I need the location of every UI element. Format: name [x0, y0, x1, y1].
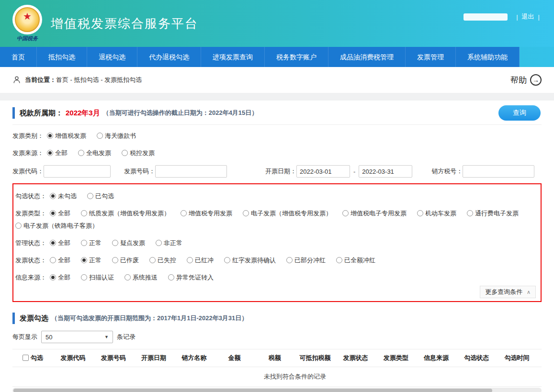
nav-item-9[interactable]: 系统辅助功能: [456, 47, 520, 67]
radio-checked-icon[interactable]: [50, 240, 56, 246]
period-section-header: 税款所属期： 2022年3月 （当期可进行勾选操作的截止日期为：2022年4月1…: [12, 107, 542, 119]
radio-icon[interactable]: [97, 133, 103, 139]
radio-option[interactable]: 通行费电子发票: [467, 210, 519, 217]
nav-item-6[interactable]: 税务数字账户: [265, 47, 328, 67]
radio-option[interactable]: 税控发票: [122, 149, 155, 157]
radio-icon[interactable]: [78, 150, 84, 156]
radio-icon[interactable]: [187, 257, 193, 263]
radio-option[interactable]: 扫描认证: [81, 274, 114, 281]
radio-label: 全电发票: [86, 149, 111, 157]
radio-icon[interactable]: [336, 257, 342, 263]
radio-checked-icon[interactable]: [81, 257, 87, 263]
radio-option[interactable]: 全部: [50, 274, 70, 281]
radio-option[interactable]: 已部分冲红: [286, 257, 326, 264]
radio-option[interactable]: 纸质发票（增值税专用发票）: [81, 210, 170, 217]
radio-checked-icon[interactable]: [47, 150, 53, 156]
nav-item-2[interactable]: 抵扣勾选: [37, 47, 87, 67]
radio-option[interactable]: 全部: [50, 239, 70, 246]
radio-icon[interactable]: [81, 240, 87, 246]
radio-icon[interactable]: [149, 257, 156, 263]
nav-item-4[interactable]: 代办退税勾选: [137, 47, 201, 67]
nav-item-8[interactable]: 发票管理: [406, 47, 456, 67]
radio-option[interactable]: 海关缴款书: [97, 132, 136, 139]
more-conditions-toggle[interactable]: 更多查询条件 ∧: [480, 286, 536, 298]
column-header-13: 勾选时间: [497, 349, 537, 367]
grid-section-header: 发票勾选 （当期可勾选发票的开票日期范围为：2017年1月1日-2022年3月3…: [12, 313, 542, 324]
radio-icon[interactable]: [124, 274, 131, 280]
radio-option[interactable]: 非正常: [156, 239, 182, 246]
radio-option[interactable]: 增值税电子专用发票: [342, 210, 407, 217]
horizontal-scrollbar[interactable]: [12, 388, 542, 392]
radio-checked-icon[interactable]: [50, 210, 56, 216]
radio-label: 海关缴款书: [105, 132, 136, 139]
radio-option[interactable]: 已红冲: [187, 257, 214, 264]
radio-option[interactable]: 增值税专用发票: [181, 210, 232, 217]
radio-icon[interactable]: [81, 274, 87, 280]
radio-option[interactable]: 正常: [81, 239, 102, 246]
filter-label: 勾选状态：: [15, 190, 50, 202]
radio-label: 异常凭证转入: [176, 274, 214, 281]
breadcrumb: 当前位置：首页 - 抵扣勾选 - 发票抵扣勾选: [25, 76, 142, 84]
nav-item-1[interactable]: 首页: [0, 47, 37, 67]
radio-checked-icon[interactable]: [50, 193, 56, 199]
radio-icon[interactable]: [112, 257, 118, 263]
date-to-input[interactable]: [359, 165, 412, 178]
radio-option[interactable]: 机动车发票: [417, 210, 456, 217]
radio-option[interactable]: 增值税发票: [47, 132, 86, 139]
radio-option[interactable]: 全电发票: [78, 149, 111, 157]
help-button[interactable]: 帮助 →: [510, 74, 542, 86]
radio-icon[interactable]: [50, 257, 56, 263]
invoice-code-input[interactable]: [44, 165, 111, 178]
radio-option[interactable]: 电子发票（铁路电子客票）: [15, 222, 98, 229]
radio-option[interactable]: 红字发票待确认: [224, 257, 276, 264]
radio-icon[interactable]: [181, 210, 187, 216]
radio-option[interactable]: 全部: [50, 257, 70, 264]
radio-icon[interactable]: [122, 150, 128, 156]
column-header-6: 金额: [214, 349, 254, 367]
radio-option[interactable]: 未勾选: [50, 192, 77, 200]
date-from-input[interactable]: [296, 165, 350, 178]
radio-option[interactable]: 全部: [50, 210, 70, 217]
radio-option[interactable]: 已失控: [149, 257, 176, 264]
page-size-select[interactable]: 50 ▼: [41, 331, 113, 343]
radio-icon[interactable]: [112, 240, 118, 246]
radio-option[interactable]: 电子发票（增值税专用发票）: [243, 210, 332, 217]
radio-option[interactable]: 系统推送: [124, 274, 158, 281]
radio-label: 正常: [89, 257, 102, 264]
radio-option[interactable]: 已全额冲红: [336, 257, 375, 264]
column-header-10: 发票类型: [376, 349, 416, 367]
radio-icon[interactable]: [417, 210, 423, 216]
nav-item-3[interactable]: 退税勾选: [87, 47, 137, 67]
column-header-11: 信息来源: [416, 349, 456, 367]
radio-icon[interactable]: [286, 257, 293, 263]
filter-row-invoice-source: 发票来源：全部全电发票税控发票: [12, 147, 542, 159]
radio-checked-icon[interactable]: [50, 274, 56, 280]
filter-label: 信息来源：: [15, 271, 50, 284]
radio-icon[interactable]: [243, 210, 249, 216]
radio-option[interactable]: 疑点发票: [112, 239, 145, 246]
nav-item-7[interactable]: 成品油消费税管理: [328, 47, 406, 67]
radio-icon[interactable]: [87, 193, 93, 199]
radio-option[interactable]: 异常凭证转入: [168, 274, 214, 281]
page-size-row: 每页显示 50 ▼ 条记录: [12, 331, 542, 343]
radio-option[interactable]: 已作废: [112, 257, 139, 264]
radio-option[interactable]: 正常: [81, 257, 102, 264]
invoice-no-input[interactable]: [155, 165, 227, 178]
radio-icon[interactable]: [156, 240, 162, 246]
radio-icon[interactable]: [224, 257, 230, 263]
select-all-checkbox[interactable]: [23, 355, 29, 361]
radio-icon[interactable]: [467, 210, 473, 216]
radio-checked-icon[interactable]: [47, 133, 53, 139]
radio-option[interactable]: 全部: [47, 149, 68, 157]
nav-item-5[interactable]: 进项发票查询: [201, 47, 265, 67]
scrollbar-thumb[interactable]: [13, 389, 492, 392]
radio-icon[interactable]: [342, 210, 349, 216]
seller-tax-input[interactable]: [463, 165, 534, 178]
radio-option[interactable]: 已勾选: [87, 192, 114, 200]
logout-link[interactable]: 退出: [522, 12, 534, 21]
radio-icon[interactable]: [15, 223, 22, 229]
query-button[interactable]: 查询: [498, 105, 541, 121]
radio-icon[interactable]: [81, 210, 87, 216]
app-header: ★ 中国税务 增值税发票综合服务平台 | 退出 |: [0, 0, 554, 47]
radio-icon[interactable]: [168, 274, 174, 280]
